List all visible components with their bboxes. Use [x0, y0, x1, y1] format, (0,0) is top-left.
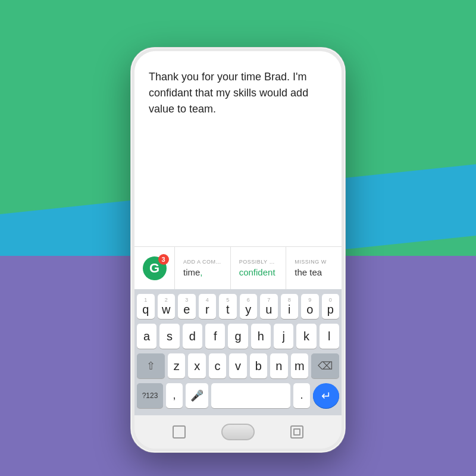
suggestion-missing-label: MISSING W — [295, 259, 333, 265]
suggestion-confused[interactable]: POSSIBLY CONFUSED WORD confident — [231, 247, 287, 289]
message-area: Thank you for your time Brad. I'm confid… — [134, 51, 342, 246]
key-e[interactable]: 3e — [178, 294, 196, 319]
key-period[interactable]: . — [293, 383, 310, 408]
suggestion-comma-label: ADD A COMMA — [183, 259, 222, 265]
phone-inner: Thank you for your time Brad. I'm confid… — [134, 51, 342, 449]
key-i[interactable]: 8i — [281, 294, 299, 319]
key-a[interactable]: a — [137, 324, 156, 349]
home-button[interactable] — [221, 424, 255, 440]
key-k[interactable]: k — [296, 324, 316, 349]
suggestion-missing[interactable]: MISSING W the tea — [286, 247, 342, 289]
grammarly-logo: G 3 — [143, 256, 167, 280]
enter-icon: ↵ — [321, 389, 331, 403]
shift-icon: ⇧ — [146, 359, 155, 372]
key-comma[interactable]: , — [166, 383, 183, 408]
key-row-bottom: ?123 , 🎤 . — [137, 383, 339, 408]
key-delete[interactable]: ⌫ — [311, 353, 339, 378]
numbers-label: ?123 — [142, 392, 158, 400]
suggestions-bar: G 3 ADD A COMMA time, POSSIBLY CONFUSED … — [134, 246, 342, 289]
comma-text: time — [183, 267, 200, 277]
key-t[interactable]: 5t — [219, 294, 237, 319]
key-m[interactable]: m — [291, 353, 308, 378]
grammarly-badge: 3 — [158, 254, 169, 265]
key-n[interactable]: n — [270, 353, 287, 378]
comma-key-label: , — [173, 390, 176, 402]
key-row-3: ⇧ z x c v b n m ⌫ — [137, 353, 339, 378]
key-shift[interactable]: ⇧ — [137, 353, 165, 378]
key-o[interactable]: 9o — [301, 294, 319, 319]
message-text: Thank you for your time Brad. I'm confid… — [149, 69, 327, 117]
key-c[interactable]: c — [209, 353, 226, 378]
key-x[interactable]: x — [188, 353, 205, 378]
key-w[interactable]: 2w — [158, 294, 176, 319]
period-key-label: . — [300, 390, 303, 402]
key-g[interactable]: g — [228, 324, 248, 349]
nav-recents-button[interactable] — [290, 425, 303, 439]
key-enter[interactable]: ↵ — [313, 383, 339, 408]
suggestion-comma-value: time, — [183, 267, 222, 277]
key-f[interactable]: f — [205, 324, 225, 349]
nav-back-button[interactable] — [173, 425, 186, 439]
comma-highlight: , — [200, 267, 202, 277]
keyboard: 1q 2w 3e 4r 5t 6y 7u 8i 9o 0p a s — [134, 289, 342, 415]
key-row-2: a s d f g h j k l — [137, 324, 339, 349]
suggestion-comma[interactable]: ADD A COMMA time, — [175, 247, 231, 289]
suggestion-missing-value: the tea — [295, 267, 333, 277]
key-y[interactable]: 6y — [240, 294, 258, 319]
key-row-1: 1q 2w 3e 4r 5t 6y 7u 8i 9o 0p — [137, 294, 339, 319]
key-b[interactable]: b — [250, 353, 267, 378]
phone-wrapper: Thank you for your time Brad. I'm confid… — [131, 48, 345, 452]
key-j[interactable]: j — [274, 324, 293, 349]
mic-icon: 🎤 — [190, 389, 203, 402]
grammarly-g-letter: G — [149, 261, 159, 276]
key-v[interactable]: v — [229, 353, 246, 378]
key-space[interactable] — [211, 383, 290, 408]
key-s[interactable]: s — [159, 324, 179, 349]
key-r[interactable]: 4r — [199, 294, 217, 319]
missing-prefix: the tea — [295, 267, 322, 277]
key-mic[interactable]: 🎤 — [186, 383, 208, 408]
key-l[interactable]: l — [320, 324, 339, 349]
key-h[interactable]: h — [251, 324, 271, 349]
grammarly-icon[interactable]: G 3 — [134, 247, 175, 290]
suggestion-confused-label: POSSIBLY CONFUSED WORD — [239, 259, 278, 265]
screen: Thank you for your time Brad. I'm confid… — [134, 51, 342, 415]
key-z[interactable]: z — [168, 353, 185, 378]
delete-icon: ⌫ — [318, 359, 333, 372]
phone-bottom-bar — [134, 415, 342, 449]
key-d[interactable]: d — [183, 324, 202, 349]
key-q[interactable]: 1q — [137, 294, 155, 319]
suggestion-confused-value: confident — [239, 267, 278, 277]
key-numbers[interactable]: ?123 — [137, 383, 163, 408]
key-p[interactable]: 0p — [322, 294, 340, 319]
phone-outer: Thank you for your time Brad. I'm confid… — [131, 48, 345, 452]
key-u[interactable]: 7u — [260, 294, 278, 319]
